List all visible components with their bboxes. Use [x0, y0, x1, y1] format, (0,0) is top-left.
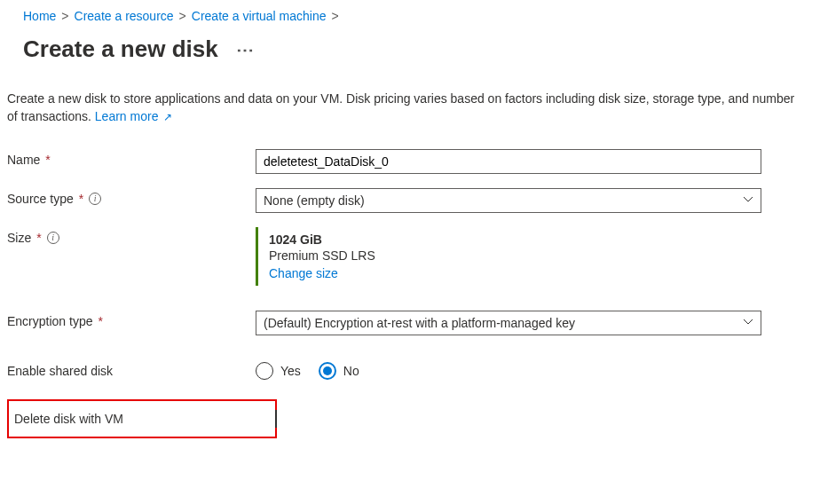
shared-disk-radio-group: Yes No [256, 360, 761, 380]
intro-text: Create a new disk to store applications … [7, 90, 813, 142]
radio-checked-icon [319, 362, 336, 380]
required-marker: * [45, 153, 50, 167]
info-icon[interactable]: i [47, 232, 59, 244]
chevron-right-icon: > [61, 9, 68, 23]
breadcrumb: Home > Create a resource > Create a virt… [7, 7, 813, 32]
breadcrumb-create-resource[interactable]: Create a resource [75, 9, 174, 23]
learn-more-link[interactable]: Learn more ↗ [95, 109, 172, 123]
field-name: Name * [7, 142, 813, 181]
encryption-type-select[interactable]: (Default) Encryption at-rest with a plat… [256, 311, 761, 335]
source-type-select[interactable]: None (empty disk) [256, 188, 761, 213]
delete-disk-with-vm-label: Delete disk with VM [14, 412, 123, 426]
change-size-link[interactable]: Change size [269, 266, 761, 280]
field-size: Size * i 1024 GiB Premium SSD LRS Change… [7, 220, 813, 293]
source-type-label: Source type [7, 192, 74, 206]
external-link-icon: ↗ [160, 111, 171, 123]
page-title: Create a new disk ⋯ [23, 35, 813, 63]
delete-disk-with-vm-checkbox[interactable] [275, 410, 277, 428]
breadcrumb-home[interactable]: Home [23, 9, 56, 23]
chevron-right-icon: > [332, 9, 339, 23]
required-marker: * [79, 192, 83, 206]
chevron-down-icon [743, 193, 753, 208]
shared-disk-no-radio[interactable]: No [319, 362, 359, 380]
chevron-down-icon [743, 316, 753, 330]
enable-shared-disk-label: Enable shared disk [7, 364, 113, 378]
name-label: Name [7, 153, 40, 167]
field-enable-shared-disk: Enable shared disk Yes No [7, 353, 813, 387]
required-marker: * [36, 231, 41, 245]
size-summary: 1024 GiB Premium SSD LRS Change size [256, 227, 761, 286]
chevron-right-icon: > [179, 9, 186, 23]
required-marker: * [99, 314, 103, 328]
size-label: Size [7, 231, 31, 245]
field-delete-disk-with-vm: Delete disk with VM [7, 399, 277, 438]
radio-icon [256, 362, 273, 380]
shared-disk-yes-radio[interactable]: Yes [256, 362, 301, 380]
field-source-type: Source type * i None (empty disk) [7, 181, 813, 220]
breadcrumb-create-vm[interactable]: Create a virtual machine [192, 9, 327, 23]
field-encryption-type: Encryption type * (Default) Encryption a… [7, 303, 813, 343]
size-value: 1024 GiB [269, 232, 761, 247]
name-input[interactable] [256, 149, 761, 174]
info-icon[interactable]: i [89, 193, 101, 205]
encryption-type-label: Encryption type [7, 314, 93, 328]
more-actions-icon[interactable]: ⋯ [236, 39, 256, 60]
size-tier: Premium SSD LRS [269, 248, 761, 263]
